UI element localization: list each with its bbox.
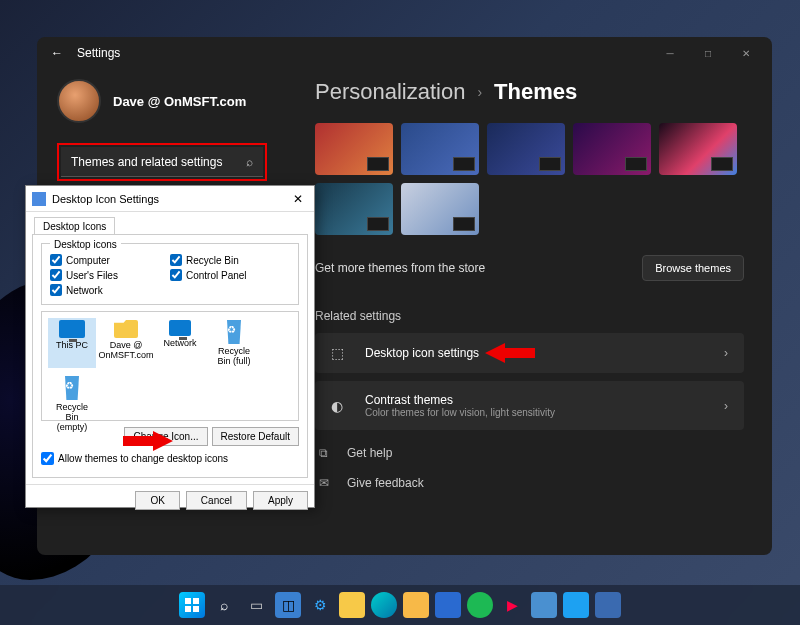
related-settings-title: Related settings <box>315 309 744 323</box>
desktop-icon-settings-row[interactable]: ⬚ Desktop icon settings › <box>315 333 744 373</box>
svg-rect-3 <box>193 598 199 604</box>
give-feedback-link[interactable]: ✉ Give feedback <box>315 468 744 498</box>
breadcrumb-current: Themes <box>494 79 577 105</box>
checkbox-network[interactable]: Network <box>50 284 170 296</box>
taskbar-app-icon[interactable]: ▶ <box>499 592 525 618</box>
desktop-icons-fieldset: Desktop icons Computer User's Files Netw… <box>41 243 299 305</box>
ok-button[interactable]: OK <box>135 491 179 510</box>
checkbox-allow-themes[interactable]: Allow themes to change desktop icons <box>41 452 299 465</box>
taskbar-spotify-icon[interactable] <box>467 592 493 618</box>
breadcrumb: Personalization › Themes <box>315 79 744 105</box>
theme-thumbnail[interactable] <box>573 123 651 175</box>
close-button[interactable]: ✕ <box>728 39 764 67</box>
svg-rect-2 <box>185 598 191 604</box>
store-row: Get more themes from the store Browse th… <box>315 241 744 295</box>
user-profile[interactable]: Dave @ OnMSFT.com <box>57 79 267 123</box>
contrast-icon: ◐ <box>331 398 351 414</box>
cancel-button[interactable]: Cancel <box>186 491 247 510</box>
svg-rect-4 <box>185 606 191 612</box>
row-label: Contrast themes <box>365 393 555 407</box>
chevron-right-icon: › <box>477 84 482 100</box>
chevron-right-icon: › <box>724 346 728 360</box>
tab-desktop-icons[interactable]: Desktop Icons <box>34 217 115 235</box>
window-title: Settings <box>77 46 652 60</box>
checkbox-recycle-bin[interactable]: Recycle Bin <box>170 254 290 266</box>
icon-network[interactable]: Network <box>156 318 204 368</box>
dialog-title: Desktop Icon Settings <box>52 193 288 205</box>
taskbar-app-icon[interactable] <box>531 592 557 618</box>
search-text: Themes and related settings <box>71 155 246 169</box>
fieldset-legend: Desktop icons <box>50 239 121 250</box>
icon-recycle-bin-full[interactable]: Recycle Bin (full) <box>210 318 258 368</box>
svg-rect-5 <box>193 606 199 612</box>
theme-thumbnail[interactable] <box>659 123 737 175</box>
taskbar-app-icon[interactable] <box>595 592 621 618</box>
browse-themes-button[interactable]: Browse themes <box>642 255 744 281</box>
search-icon: ⌕ <box>246 155 253 169</box>
icon-user-folder[interactable]: Dave @ OnMSFT.com <box>102 318 150 368</box>
get-help-link[interactable]: ⧉ Get help <box>315 438 744 468</box>
search-input[interactable]: Themes and related settings ⌕ <box>61 147 263 177</box>
desktop-icon: ⬚ <box>331 345 351 361</box>
apply-button[interactable]: Apply <box>253 491 308 510</box>
maximize-button[interactable]: □ <box>690 39 726 67</box>
taskbar: ⌕ ▭ ◫ ⚙ ▶ <box>0 585 800 625</box>
taskbar-widgets-icon[interactable]: ◫ <box>275 592 301 618</box>
taskbar-explorer-icon[interactable] <box>339 592 365 618</box>
taskbar-app-icon[interactable] <box>435 592 461 618</box>
desktop-icon-settings-dialog: Desktop Icon Settings ✕ Desktop Icons De… <box>25 185 315 508</box>
change-icon-button[interactable]: Change Icon... <box>124 427 207 446</box>
icon-this-pc[interactable]: This PC <box>48 318 96 368</box>
row-label: Desktop icon settings <box>365 346 479 360</box>
theme-thumbnail[interactable] <box>315 183 393 235</box>
dialog-icon <box>32 192 46 206</box>
highlight-annotation: Themes and related settings ⌕ <box>57 143 267 181</box>
help-icon: ⧉ <box>319 446 335 460</box>
taskbar-taskview-icon[interactable]: ▭ <box>243 592 269 618</box>
icon-preview-grid: This PC Dave @ OnMSFT.com Network Recycl… <box>41 311 299 421</box>
taskbar-search-icon[interactable]: ⌕ <box>211 592 237 618</box>
content-area: Personalization › Themes Get more themes… <box>287 69 772 555</box>
start-button[interactable] <box>179 592 205 618</box>
theme-thumbnail[interactable] <box>487 123 565 175</box>
theme-thumbnail[interactable] <box>401 123 479 175</box>
theme-thumbnail[interactable] <box>401 183 479 235</box>
breadcrumb-parent[interactable]: Personalization <box>315 79 465 105</box>
store-text: Get more themes from the store <box>315 261 485 275</box>
avatar <box>57 79 101 123</box>
dialog-close-button[interactable]: ✕ <box>288 192 308 206</box>
checkbox-users-files[interactable]: User's Files <box>50 269 170 281</box>
checkbox-control-panel[interactable]: Control Panel <box>170 269 290 281</box>
back-button[interactable]: ← <box>45 46 69 60</box>
icon-recycle-bin-empty[interactable]: Recycle Bin (empty) <box>48 374 96 434</box>
taskbar-edge-icon[interactable] <box>371 592 397 618</box>
minimize-button[interactable]: ─ <box>652 39 688 67</box>
checkbox-computer[interactable]: Computer <box>50 254 170 266</box>
row-sublabel: Color themes for low vision, light sensi… <box>365 407 555 418</box>
feedback-icon: ✉ <box>319 476 335 490</box>
contrast-themes-row[interactable]: ◐ Contrast themes Color themes for low v… <box>315 381 744 430</box>
taskbar-app-icon[interactable] <box>563 592 589 618</box>
taskbar-app-icon[interactable] <box>403 592 429 618</box>
chevron-right-icon: › <box>724 399 728 413</box>
user-name-label: Dave @ OnMSFT.com <box>113 94 246 109</box>
theme-thumbnail[interactable] <box>315 123 393 175</box>
dialog-titlebar: Desktop Icon Settings ✕ <box>26 186 314 212</box>
svg-marker-0 <box>485 343 535 363</box>
red-arrow-annotation <box>485 343 535 363</box>
restore-default-button[interactable]: Restore Default <box>212 427 299 446</box>
theme-grid <box>315 123 744 235</box>
titlebar: ← Settings ─ □ ✕ <box>37 37 772 69</box>
taskbar-app-icon[interactable]: ⚙ <box>307 592 333 618</box>
